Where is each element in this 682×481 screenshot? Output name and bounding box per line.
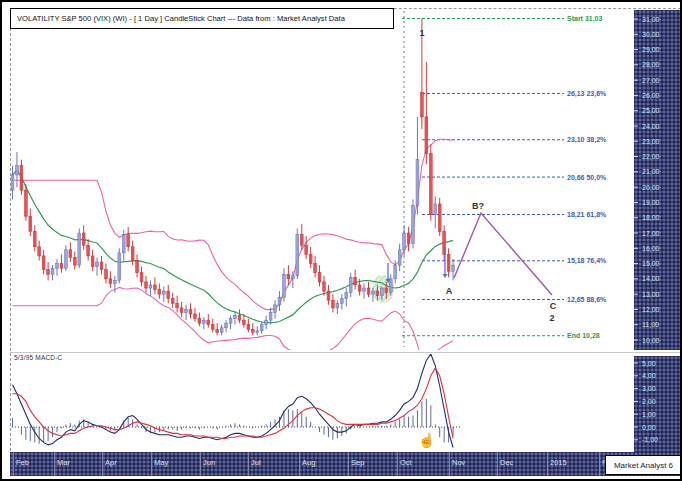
macd-line: [13, 354, 454, 448]
candle-body: [251, 329, 254, 332]
candle-body: [269, 312, 272, 320]
candle-body: [389, 279, 392, 293]
candle-body: [69, 250, 72, 258]
candle-body: [327, 291, 330, 300]
fib-label: 15,18 76,4%: [567, 257, 607, 265]
candle-body: [274, 305, 277, 313]
candle-body: [425, 117, 428, 154]
candle-body: [438, 204, 441, 232]
candle-body: [162, 291, 165, 294]
wave-label: C: [550, 301, 557, 311]
candle-body: [127, 235, 130, 247]
fib-label: 18,21 61,8%: [567, 211, 607, 219]
candle-body: [207, 320, 210, 325]
candle-body: [358, 285, 361, 291]
wave-label: 1: [419, 28, 424, 38]
fib-label: 20,66 50,0%: [567, 174, 607, 182]
candle-body: [211, 325, 214, 330]
candle-body: [113, 280, 116, 283]
candle-body: [176, 303, 179, 308]
candle-body: [60, 264, 63, 269]
candle-body: [16, 166, 19, 175]
wave-label: 2: [549, 313, 554, 323]
candle-body: [194, 314, 197, 319]
candle-body: [354, 277, 357, 285]
candle-body: [247, 325, 250, 330]
candle-body: [265, 320, 268, 325]
candle-body: [131, 247, 134, 261]
candle-body: [100, 262, 103, 270]
candle-body: [296, 235, 299, 276]
candle-body: [421, 92, 424, 116]
candle-body: [78, 233, 81, 265]
down-arrow-head: [443, 274, 448, 278]
candle-body: [278, 297, 281, 305]
candle-body: [398, 250, 401, 265]
candle-body: [416, 160, 419, 206]
candle-body: [243, 320, 246, 325]
candle-body: [136, 261, 139, 273]
candle-body: [385, 288, 388, 293]
candle-body: [91, 256, 94, 267]
candle-body: [73, 257, 76, 265]
market-analyst-badge: Market Analyst 6: [605, 455, 682, 475]
fib-label: End 10,28: [567, 332, 600, 340]
candle-body: [154, 285, 157, 290]
candle-body: [314, 264, 317, 273]
fib-label: 12,65 88,6%: [567, 296, 607, 304]
candle-body: [403, 233, 406, 250]
candle-body: [412, 205, 415, 243]
candle-body: [336, 303, 339, 308]
candle-body: [202, 320, 205, 323]
candle-body: [380, 288, 383, 296]
candle-body: [318, 273, 321, 282]
candle-body: [260, 325, 263, 331]
candle-body: [447, 254, 450, 271]
candle-body: [158, 290, 161, 295]
candle-body: [109, 279, 112, 284]
candle-body: [305, 245, 308, 254]
candle-body: [216, 329, 219, 332]
candle-body: [367, 288, 370, 294]
fib-label: 26,13 23,6%: [567, 90, 607, 98]
candle-body: [38, 247, 41, 256]
candle-body: [145, 282, 148, 288]
candle-body: [283, 274, 286, 297]
chart-window: 31,0030,0029,0028,0027,0026,0025,0024,00…: [0, 0, 682, 481]
candle-body: [349, 277, 352, 292]
candle-body: [323, 282, 326, 291]
candle-body: [82, 233, 85, 245]
candle-body: [345, 293, 348, 299]
candle-body: [220, 328, 223, 333]
chart-title: VOLATILITY S&P 500 (VIX) (WI) - [ 1 Day …: [10, 8, 394, 29]
cursor-hand-icon: ☝: [418, 432, 435, 448]
candle-body: [118, 253, 121, 281]
fib-label: 23,10 38,2%: [567, 136, 607, 144]
candle-body: [229, 319, 232, 324]
candle-body: [434, 204, 437, 215]
candle-body: [309, 254, 312, 263]
candle-body: [56, 264, 59, 269]
candle-body: [171, 299, 174, 304]
candle-body: [189, 309, 192, 314]
candle-body: [20, 166, 23, 190]
candle-body: [167, 291, 170, 299]
candle-body: [376, 291, 379, 296]
candle-body: [42, 256, 45, 270]
candle-body: [256, 331, 259, 333]
candle-body: [96, 262, 99, 267]
candle-body: [332, 300, 335, 308]
wave-label: B?: [472, 201, 484, 211]
elliott-projection-line: [454, 213, 552, 295]
wave-label: A: [446, 286, 453, 296]
candle-body: [225, 323, 228, 328]
candle-body: [300, 235, 303, 246]
candle-body: [372, 291, 375, 294]
chart-canvas[interactable]: Start 31,0326,13 23,6%23,10 38,2%20,66 5…: [2, 2, 682, 481]
candle-body: [291, 276, 294, 279]
candle-body: [185, 309, 188, 312]
candle-body: [122, 235, 125, 253]
candle-body: [180, 308, 183, 313]
candle-body: [452, 265, 455, 271]
candle-body: [29, 216, 32, 231]
